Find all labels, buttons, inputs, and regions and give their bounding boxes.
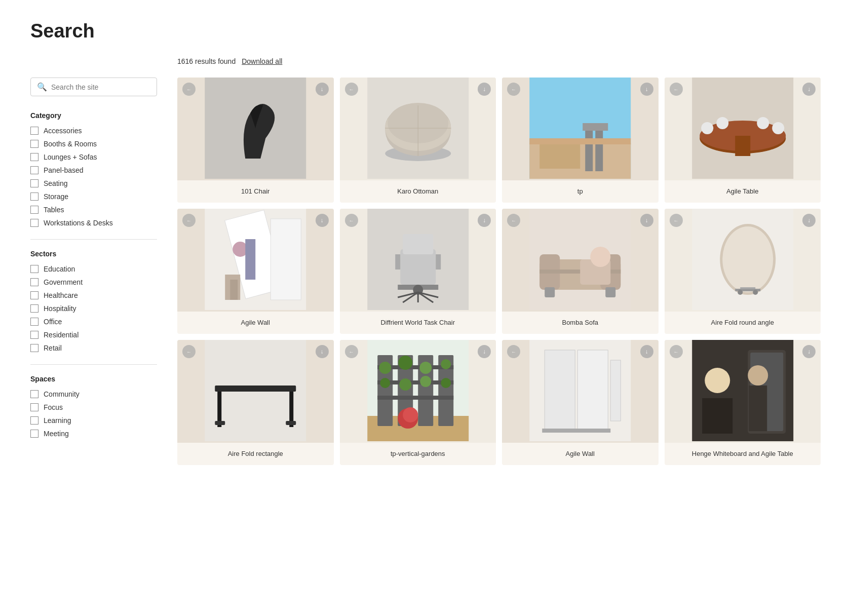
checkbox-focus[interactable]: [30, 403, 38, 411]
download-icon-p9[interactable]: ↓: [316, 345, 329, 358]
filter-item-residential[interactable]: Residential: [30, 331, 157, 339]
product-name-p7: Bomba Sofa: [502, 312, 659, 334]
download-icon-p11[interactable]: ↓: [640, 345, 653, 358]
product-card-p2[interactable]: ← ↓ Karo Ottoman: [340, 78, 496, 203]
svg-rect-29: [230, 280, 238, 300]
product-name-p6: Diffrient World Task Chair: [340, 312, 496, 334]
favorite-icon-p6[interactable]: ←: [345, 214, 358, 227]
download-icon-p8[interactable]: ↓: [802, 214, 816, 227]
svg-rect-94: [702, 398, 732, 434]
filter-item-government[interactable]: Government: [30, 278, 157, 286]
product-image-p6: ← ↓: [340, 209, 496, 312]
filter-item-learning[interactable]: Learning: [30, 416, 157, 425]
checkbox-workstations-desks[interactable]: [30, 219, 38, 227]
checkbox-panel-based[interactable]: [30, 166, 38, 174]
svg-rect-40: [395, 254, 400, 270]
download-icon-p7[interactable]: ↓: [640, 214, 653, 227]
filter-item-hospitality[interactable]: Hospitality: [30, 304, 157, 313]
svg-rect-10: [585, 128, 593, 171]
favorite-icon-p1[interactable]: ←: [182, 83, 196, 96]
product-card-p12[interactable]: ← ↓ Henge Whiteboard and Agile Table: [665, 340, 821, 465]
checkbox-meeting[interactable]: [30, 430, 38, 438]
svg-rect-25: [270, 219, 301, 300]
spaces-section: Spaces CommunityFocusLearningMeeting: [30, 375, 157, 438]
filter-item-workstations-desks[interactable]: Workstations & Desks: [30, 219, 157, 227]
product-card-p6[interactable]: ← ↓ Diffrient World Task Chair: [340, 209, 496, 334]
filter-item-booths-rooms[interactable]: Booths & Rooms: [30, 140, 157, 148]
checkbox-hospitality[interactable]: [30, 304, 38, 313]
category-section: Category AccessoriesBooths & RoomsLounge…: [30, 111, 157, 227]
checkbox-office[interactable]: [30, 318, 38, 326]
search-box[interactable]: 🔍: [30, 78, 157, 96]
filter-item-education[interactable]: Education: [30, 265, 157, 273]
filter-item-focus[interactable]: Focus: [30, 403, 157, 411]
filter-item-storage[interactable]: Storage: [30, 192, 157, 201]
favorite-icon-p12[interactable]: ←: [670, 345, 683, 358]
svg-point-79: [420, 376, 431, 387]
checkbox-storage[interactable]: [30, 192, 38, 201]
checkbox-community[interactable]: [30, 390, 38, 398]
download-icon-p4[interactable]: ↓: [802, 83, 816, 96]
filter-item-lounges-sofas[interactable]: Lounges + Sofas: [30, 153, 157, 161]
checkbox-education[interactable]: [30, 265, 38, 273]
checkbox-booths-rooms[interactable]: [30, 140, 38, 148]
checkbox-learning[interactable]: [30, 416, 38, 425]
svg-point-76: [441, 359, 451, 369]
favorite-icon-p5[interactable]: ←: [182, 214, 196, 227]
svg-rect-87: [542, 429, 577, 433]
category-label: Category: [30, 111, 157, 120]
favorite-icon-p10[interactable]: ←: [345, 345, 358, 358]
favorite-icon-p2[interactable]: ←: [345, 83, 358, 96]
svg-rect-48: [605, 287, 615, 297]
favorite-icon-p8[interactable]: ←: [670, 214, 683, 227]
filter-item-tables[interactable]: Tables: [30, 206, 157, 214]
filter-item-accessories[interactable]: Accessories: [30, 127, 157, 135]
svg-point-18: [701, 122, 713, 134]
page-title: Search: [30, 20, 821, 42]
checkbox-seating[interactable]: [30, 179, 38, 187]
download-icon-p1[interactable]: ↓: [316, 83, 329, 96]
product-card-p4[interactable]: ← ↓ Agile Table: [665, 78, 821, 203]
checkbox-accessories[interactable]: [30, 127, 38, 135]
filter-item-panel-based[interactable]: Panel-based: [30, 166, 157, 174]
svg-rect-47: [545, 287, 555, 297]
download-icon-p2[interactable]: ↓: [478, 83, 491, 96]
product-card-p9[interactable]: ← ↓ Aire Fold rectangle: [177, 340, 334, 465]
checkbox-government[interactable]: [30, 278, 38, 286]
product-card-p3[interactable]: ← ↓ tp: [502, 78, 659, 203]
favorite-icon-p11[interactable]: ←: [507, 345, 520, 358]
search-input[interactable]: [51, 83, 150, 91]
product-card-p11[interactable]: ← ↓ Agile Wall: [502, 340, 659, 465]
filter-item-community[interactable]: Community: [30, 390, 157, 398]
checkbox-retail[interactable]: [30, 344, 38, 352]
label-residential: Residential: [44, 331, 79, 339]
download-all-link[interactable]: Download all: [242, 57, 282, 65]
download-icon-p6[interactable]: ↓: [478, 214, 491, 227]
filter-item-office[interactable]: Office: [30, 318, 157, 326]
download-icon-p10[interactable]: ↓: [478, 345, 491, 358]
label-community: Community: [44, 390, 80, 398]
product-card-p5[interactable]: ← ↓ Agile Wall: [177, 209, 334, 334]
checkbox-lounges-sofas[interactable]: [30, 153, 38, 161]
checkbox-tables[interactable]: [30, 206, 38, 214]
checkbox-healthcare[interactable]: [30, 291, 38, 299]
filter-item-healthcare[interactable]: Healthcare: [30, 291, 157, 299]
svg-rect-72: [377, 396, 453, 400]
download-icon-p5[interactable]: ↓: [316, 214, 329, 227]
checkbox-residential[interactable]: [30, 331, 38, 339]
filter-item-meeting[interactable]: Meeting: [30, 430, 157, 438]
svg-point-20: [716, 117, 728, 129]
favorite-icon-p9[interactable]: ←: [182, 345, 196, 358]
filter-item-seating[interactable]: Seating: [30, 179, 157, 187]
download-icon-p12[interactable]: ↓: [802, 345, 816, 358]
favorite-icon-p3[interactable]: ←: [507, 83, 520, 96]
product-card-p1[interactable]: ← ↓ 101 Chair: [177, 78, 334, 203]
product-card-p10[interactable]: ← ↓ tp-vertical-gardens: [340, 340, 496, 465]
favorite-icon-p7[interactable]: ←: [507, 214, 520, 227]
product-card-p7[interactable]: ← ↓ Bomba Sofa: [502, 209, 659, 334]
favorite-icon-p4[interactable]: ←: [670, 83, 683, 96]
download-icon-p3[interactable]: ↓: [640, 83, 653, 96]
filter-item-retail[interactable]: Retail: [30, 344, 157, 352]
svg-point-74: [398, 356, 412, 370]
product-card-p8[interactable]: ← ↓ Aire Fold round angle: [665, 209, 821, 334]
